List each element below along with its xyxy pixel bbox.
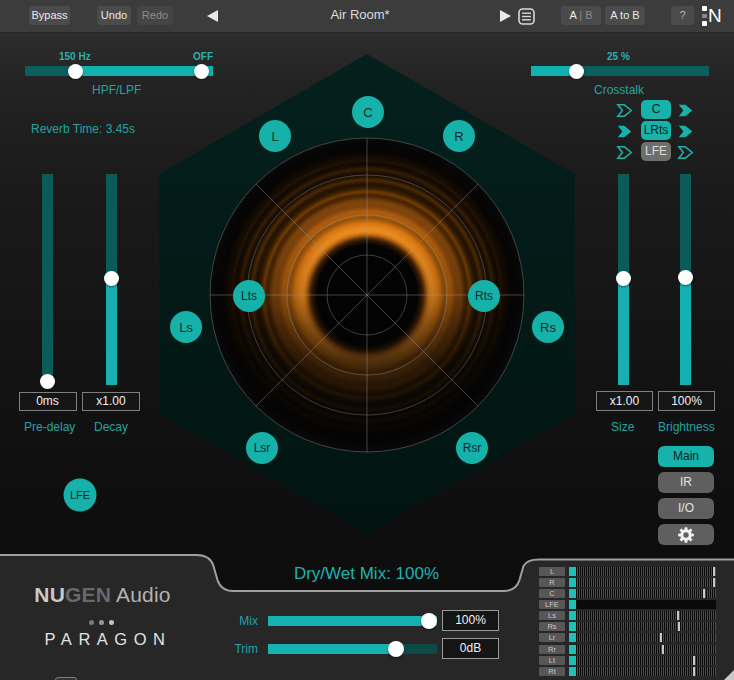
svg-text:LFE: LFE [70, 489, 90, 501]
svg-text:Ls: Ls [179, 320, 193, 335]
svg-text:Rs: Rs [540, 320, 556, 335]
svg-text:Lsr: Lsr [254, 441, 271, 455]
svg-text:C: C [363, 105, 372, 120]
svg-text:Rsr: Rsr [463, 441, 482, 455]
svg-text:R: R [454, 129, 463, 144]
svg-text:L: L [271, 129, 278, 144]
svg-text:Lts: Lts [241, 289, 257, 303]
svg-text:Rts: Rts [475, 289, 493, 303]
